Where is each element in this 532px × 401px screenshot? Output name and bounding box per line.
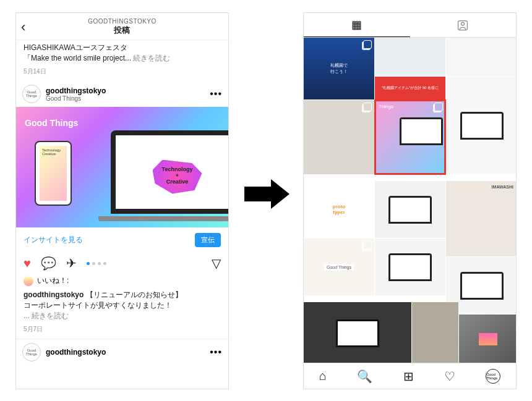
likes-row[interactable]: いいね！:	[16, 274, 228, 287]
nav-activity-icon[interactable]: ♡	[444, 369, 455, 384]
nav-create-icon[interactable]: ⊞	[403, 369, 414, 384]
carousel-icon	[363, 103, 372, 111]
grid-tile[interactable]	[446, 38, 516, 76]
avatar[interactable]: Good Things	[22, 85, 41, 103]
grid-tile[interactable]	[446, 77, 516, 174]
promote-button[interactable]: 宣伝	[195, 233, 221, 247]
grid-tile[interactable]: 礼幌園で 行こう！	[304, 38, 374, 99]
insight-row: インサイトを見る 宣伝	[16, 227, 228, 252]
username[interactable]: goodthingstokyo	[46, 348, 106, 357]
caption-more[interactable]: ... 続きを読む	[24, 311, 69, 320]
arrow-icon	[244, 179, 291, 209]
carousel-icon	[363, 241, 372, 250]
brand-logo: Good Things	[25, 118, 78, 128]
tab-grid[interactable]: ▦	[304, 13, 410, 37]
likes-label: いいね！:	[37, 276, 69, 286]
bottom-nav: ⌂ 🔍 ⊞ ♡ Good Things	[304, 363, 516, 389]
carousel-icon	[434, 103, 443, 111]
like-icon[interactable]: ♥	[24, 256, 31, 271]
header-account: GOODTHINGSTOKYO	[88, 18, 157, 25]
grid-tile-highlighted[interactable]: Things	[375, 100, 445, 174]
more-link[interactable]: 続きを読む	[133, 54, 170, 62]
more-options-icon[interactable]: •••	[210, 347, 222, 358]
account-subtitle: Good Things	[46, 95, 106, 102]
bookmark-icon[interactable]: ▽	[212, 256, 221, 271]
phone-post-detail: ‹ GOODTHINGSTOKYO 投稿 HIGASHIKAWAユースフェスタ …	[15, 12, 229, 389]
post-image[interactable]: Good Things Technology Creative Technolo…	[16, 107, 228, 227]
liker-avatar	[24, 276, 33, 286]
post-date: 5月7日	[16, 324, 228, 339]
nav-search-icon[interactable]: 🔍	[357, 369, 372, 384]
grid-tile[interactable]	[304, 100, 374, 174]
more-options-icon[interactable]: •••	[210, 88, 222, 99]
grid-tile[interactable]: IMAWASHI	[446, 181, 516, 256]
next-post-account[interactable]: Good Things goodthingstokyo •••	[16, 339, 228, 365]
tab-tagged[interactable]	[410, 13, 517, 37]
mock-phone: Technology Creative	[35, 141, 72, 206]
grid-tile[interactable]	[375, 38, 445, 76]
header-title: GOODTHINGSTOKYO 投稿	[88, 18, 157, 35]
phone-explore-grid: ▦ 礼幌園で 行こう！ "礼幌園アイテム"が合計 50 名様に Things p…	[303, 12, 517, 389]
post-caption: goodthingstokyo 【リニューアルのお知らせ】 コーポレートサイトが…	[16, 287, 228, 324]
grid-tile[interactable]	[459, 314, 516, 364]
post-account-row[interactable]: Good Things goodthingstokyo Good Things …	[16, 81, 228, 107]
comment-icon[interactable]: 💬	[41, 256, 56, 271]
mock-laptop: Technology + Creative	[111, 130, 228, 214]
prev-post-date: 5月14日	[16, 66, 228, 81]
avatar[interactable]: Good Things	[22, 343, 41, 361]
header-page: 投稿	[88, 25, 157, 35]
account-names: goodthingstokyo Good Things	[46, 87, 106, 102]
grid-tile[interactable]: Good Things	[304, 238, 374, 295]
grid-tile[interactable]	[304, 302, 411, 364]
grid-tile[interactable]	[375, 181, 445, 238]
grid-tile[interactable]	[375, 238, 445, 295]
grid-tile[interactable]: "礼幌園アイテム"が合計 50 名様に	[375, 77, 445, 99]
grid-tile[interactable]	[412, 302, 458, 364]
nav-profile-icon[interactable]: Good Things	[486, 369, 500, 384]
nav-home-icon[interactable]: ⌂	[319, 369, 327, 383]
carousel-indicator	[87, 262, 106, 265]
prev-post-caption: HIGASHIKAWAユースフェスタ 「Make the world smile…	[16, 40, 228, 66]
username[interactable]: goodthingstokyo	[46, 87, 106, 95]
carousel-icon	[363, 40, 372, 49]
caption-username[interactable]: goodthingstokyo	[24, 290, 84, 299]
action-bar: ♥ 💬 ✈ ▽	[16, 252, 228, 274]
grid-tile[interactable]: proto typer	[304, 181, 374, 238]
back-icon[interactable]: ‹	[21, 19, 25, 35]
header: ‹ GOODTHINGSTOKYO 投稿	[16, 13, 228, 40]
share-icon[interactable]: ✈	[66, 256, 77, 271]
explore-grid: 礼幌園で 行こう！ "礼幌園アイテム"が合計 50 名様に Things pro…	[304, 38, 516, 364]
explore-tabs: ▦	[304, 13, 516, 38]
svg-point-1	[461, 22, 465, 25]
view-insights-link[interactable]: インサイトを見る	[24, 235, 83, 245]
